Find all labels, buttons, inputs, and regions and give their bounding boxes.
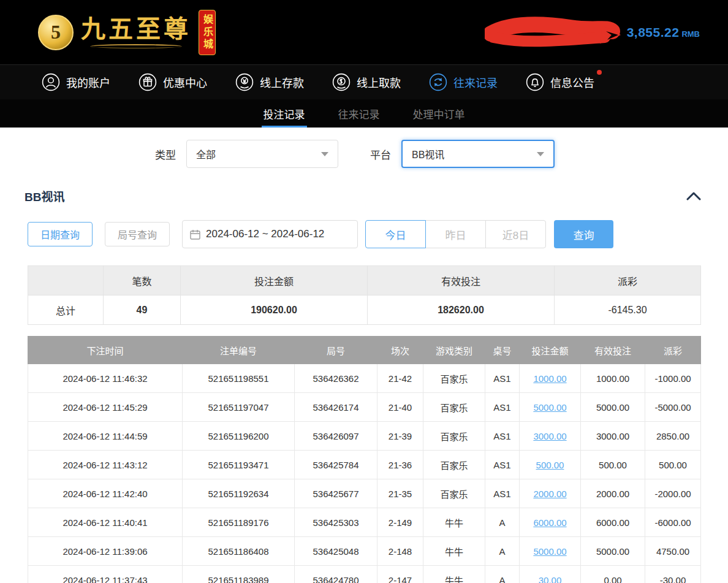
cell-bet-time: 2024-06-12 11:42:40 [28, 479, 183, 508]
yesterday-button[interactable]: 昨日 [425, 220, 486, 248]
withdraw-icon [332, 73, 351, 91]
bet-amount-link[interactable]: 1000.00 [533, 373, 566, 384]
cell-order-no: 521651196200 [183, 422, 295, 451]
col-header-bet-amount: 投注金额 [520, 337, 581, 364]
cell-table-no: AS1 [485, 393, 520, 422]
nav-item-promotions[interactable]: 优惠中心 [138, 73, 207, 91]
cell-bet-time: 2024-06-12 11:44:59 [28, 422, 183, 451]
cell-bet-time: 2024-06-12 11:39:06 [28, 537, 183, 566]
summary-header-payout: 派彩 [555, 266, 701, 295]
type-select[interactable]: 全部 [186, 140, 338, 168]
cell-order-no: 521651193471 [183, 451, 295, 479]
nav-item-label: 线上取款 [357, 74, 401, 90]
date-range-input[interactable]: 2024-06-12 ~ 2024-06-12 [182, 220, 358, 248]
round-query-button[interactable]: 局号查询 [105, 222, 170, 246]
bet-amount-link[interactable]: 5000.00 [533, 546, 566, 557]
cell-bet-amount: 500.00 [520, 451, 581, 479]
cell-bet-amount: 30.00 [520, 566, 581, 583]
cell-session: 21-42 [377, 364, 423, 393]
col-header-valid-bet: 有效投注 [581, 337, 645, 364]
tab-transaction-records[interactable]: 往来记录 [336, 99, 382, 128]
cell-round-no: 536426097 [295, 422, 377, 451]
summary-header-bet-amount: 投注金额 [181, 266, 368, 295]
user-icon [42, 73, 60, 91]
table-row: 2024-06-12 11:40:41 521651189176 5364253… [28, 508, 701, 537]
cell-game-type: 百家乐 [423, 451, 485, 479]
nav-item-announcements[interactable]: 信息公告 [526, 73, 594, 91]
nav-item-transaction-records[interactable]: 往来记录 [429, 73, 498, 91]
tab-bet-records[interactable]: 投注记录 [261, 99, 308, 128]
cell-order-no: 521651198551 [183, 364, 295, 393]
cell-bet-time: 2024-06-12 11:43:12 [28, 451, 183, 479]
cell-valid-bet: 0.00 [581, 566, 645, 583]
filter-row: 类型 全部 平台 BB视讯 [0, 128, 728, 172]
cell-round-no: 536425048 [295, 537, 377, 566]
cell-table-no: A [485, 566, 520, 583]
nav-item-my-account[interactable]: 我的账户 [42, 73, 110, 91]
col-header-game-type: 游戏类别 [423, 337, 485, 364]
chevron-up-icon [686, 192, 701, 200]
summary-header-count: 笔数 [104, 266, 181, 295]
search-button[interactable]: 查询 [554, 220, 613, 248]
cell-bet-amount: 5000.00 [520, 537, 581, 566]
cell-bet-amount: 6000.00 [520, 508, 581, 537]
main-nav: 我的账户 优惠中心 线上存款 线上取款 [0, 64, 728, 99]
cell-game-type: 牛牛 [423, 566, 485, 583]
bet-amount-link[interactable]: 6000.00 [533, 517, 566, 528]
cell-bet-time: 2024-06-12 11:45:29 [28, 393, 183, 422]
bet-amount-link[interactable]: 5000.00 [533, 402, 566, 413]
cell-round-no: 536425784 [295, 451, 377, 479]
cell-payout: -2000.00 [645, 479, 701, 508]
record-subtabs: 投注记录 往来记录 处理中订单 [0, 99, 728, 128]
cell-valid-bet: 5000.00 [581, 393, 645, 422]
logo-title: 九五至尊 [81, 17, 191, 42]
site-logo[interactable]: 5 九五至尊 娱乐城 [38, 10, 216, 55]
cell-round-no: 536425303 [295, 508, 377, 537]
summary-count-value: 49 [104, 295, 181, 325]
cell-valid-bet: 1000.00 [581, 364, 645, 393]
cell-session: 21-40 [377, 393, 423, 422]
bet-amount-link[interactable]: 2000.00 [533, 489, 566, 499]
transfer-icon [429, 73, 447, 91]
cell-valid-bet: 6000.00 [581, 508, 645, 537]
date-query-button[interactable]: 日期查询 [28, 222, 93, 246]
cell-bet-time: 2024-06-12 11:40:41 [28, 508, 183, 537]
table-row: 2024-06-12 11:44:59 521651196200 5364260… [28, 422, 701, 451]
cell-session: 21-36 [377, 451, 423, 479]
bet-amount-link[interactable]: 30.00 [539, 575, 562, 583]
nav-item-withdraw[interactable]: 线上取款 [332, 73, 401, 91]
platform-section-header: BB视讯 [0, 172, 728, 204]
platform-select[interactable]: BB视讯 [401, 140, 555, 168]
bet-amount-link[interactable]: 500.00 [536, 460, 564, 470]
cell-table-no: AS1 [485, 451, 520, 479]
table-row: 2024-06-12 11:37:43 521651183989 5364247… [28, 566, 701, 583]
type-select-value: 全部 [196, 147, 216, 161]
balance-amount: 3,855.22 [627, 25, 680, 39]
tab-pending-orders[interactable]: 处理中订单 [411, 99, 468, 128]
platform-select-value: BB视讯 [412, 147, 444, 161]
collapse-section-button[interactable] [686, 192, 701, 200]
cell-table-no: AS1 [485, 479, 520, 508]
summary-header-valid-bet: 有效投注 [368, 266, 555, 295]
chevron-down-icon [537, 152, 544, 156]
cell-bet-amount: 5000.00 [520, 393, 581, 422]
last-8-days-button[interactable]: 近8日 [485, 220, 546, 248]
table-row: 2024-06-12 11:45:29 521651197047 5364261… [28, 393, 701, 422]
top-header: 5 九五至尊 娱乐城 3,855.22RMB [0, 0, 728, 64]
summary-total-label: 总计 [28, 295, 104, 325]
date-range-value: 2024-06-12 ~ 2024-06-12 [206, 228, 324, 240]
cell-round-no: 536424780 [295, 566, 377, 583]
cell-valid-bet: 500.00 [581, 451, 645, 479]
logo-coin-icon: 5 [38, 15, 74, 50]
today-button[interactable]: 今日 [365, 220, 426, 248]
cell-order-no: 521651183989 [183, 566, 295, 583]
calendar-icon [190, 229, 200, 240]
cell-bet-amount: 1000.00 [520, 364, 581, 393]
bet-amount-link[interactable]: 3000.00 [533, 431, 566, 441]
bet-records-table: 下注时间 注单编号 局号 场次 游戏类别 桌号 投注金额 有效投注 派彩 202… [28, 336, 701, 583]
cell-session: 21-35 [377, 479, 423, 508]
cell-game-type: 百家乐 [423, 393, 485, 422]
cell-game-type: 百家乐 [423, 479, 485, 508]
nav-item-deposit[interactable]: 线上存款 [235, 73, 304, 91]
cell-bet-amount: 3000.00 [520, 422, 581, 451]
